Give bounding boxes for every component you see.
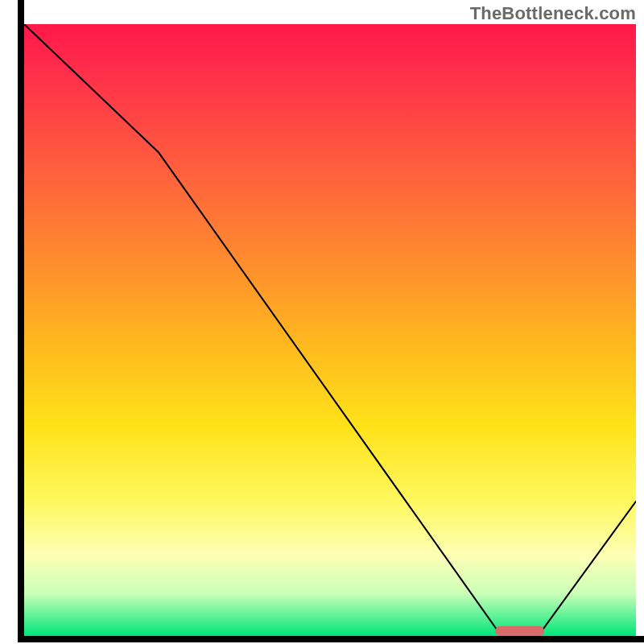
optimal-range-bar	[495, 626, 544, 636]
x-axis	[18, 636, 644, 642]
watermark-text: TheBottleneck.com	[470, 3, 636, 24]
chart-svg	[24, 24, 636, 636]
plot-area	[24, 24, 636, 636]
y-axis	[18, 0, 24, 642]
bottleneck-curve	[24, 24, 636, 636]
chart-frame: TheBottleneck.com	[0, 0, 644, 644]
